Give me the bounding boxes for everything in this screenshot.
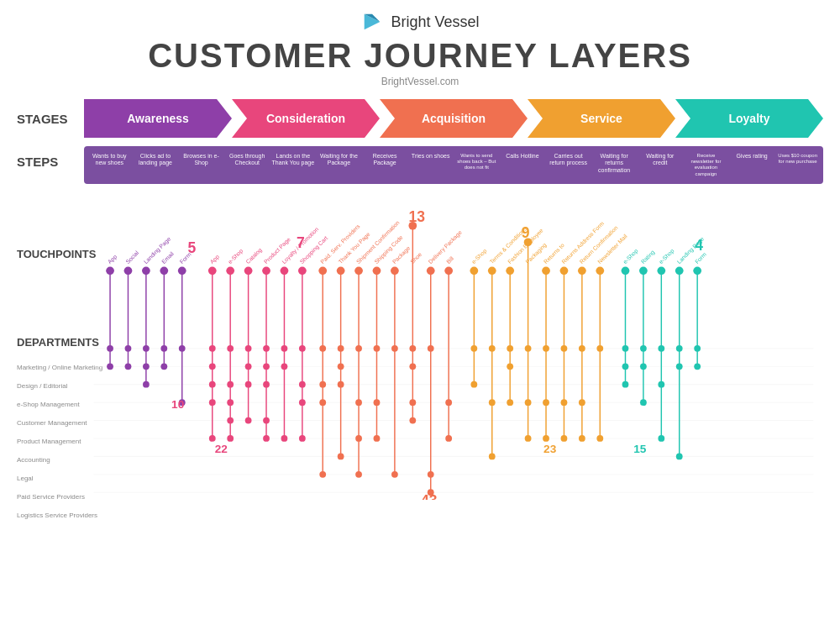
svg-text:App: App	[209, 253, 221, 265]
svg-point-139	[470, 345, 477, 352]
svg-point-182	[596, 435, 603, 442]
dept-names: Marketing / Online Marketing Design / Ed…	[17, 359, 84, 525]
svg-point-145	[489, 399, 496, 406]
step-5: Lands on the Thank You page	[271, 151, 316, 179]
dept-customer: Customer Management	[17, 414, 84, 433]
svg-point-151	[507, 363, 513, 370]
svg-point-213	[694, 363, 701, 370]
svg-point-93	[337, 266, 345, 275]
svg-point-193	[639, 266, 648, 275]
step-3: Browses in e-Shop	[179, 151, 223, 179]
svg-point-60	[245, 417, 252, 423]
svg-text:15: 15	[633, 442, 647, 454]
touchpoints-section: TOUCHPOINTS DEPARTMENTS Marketing / Onli…	[17, 189, 823, 525]
svg-point-158	[525, 435, 532, 442]
touchpoints-label: TOUCHPOINTS	[17, 189, 84, 260]
chart-svg: App Social Landing Page Email	[84, 189, 823, 500]
step-12: Waiting for returns confirmation	[592, 151, 637, 179]
svg-point-206	[676, 345, 683, 352]
svg-point-212	[694, 345, 701, 352]
svg-point-67	[263, 417, 270, 423]
dept-product: Product Management	[17, 433, 84, 451]
svg-text:Thank You Page: Thank You Page	[337, 231, 371, 265]
svg-point-128	[428, 471, 434, 478]
svg-point-196	[640, 399, 647, 406]
steps-bar: Wants to buy new shoes Clicks ad to land…	[84, 146, 823, 184]
step-4: Goes through Checkout	[225, 151, 270, 179]
svg-point-200	[658, 345, 664, 352]
step-16: Uses $10 coupon for new purchase	[775, 151, 820, 179]
svg-point-104	[355, 471, 362, 478]
svg-point-49	[227, 345, 234, 352]
svg-point-58	[245, 363, 252, 370]
svg-text:4: 4	[695, 237, 703, 254]
svg-point-40	[208, 266, 217, 275]
svg-point-63	[262, 266, 270, 275]
svg-point-72	[281, 345, 288, 352]
svg-text:App: App	[107, 253, 118, 265]
svg-point-115	[391, 471, 398, 478]
svg-point-15	[107, 363, 113, 370]
left-labels: TOUCHPOINTS DEPARTMENTS Marketing / Onli…	[17, 189, 84, 525]
svg-point-86	[318, 266, 327, 275]
svg-point-90	[319, 471, 326, 478]
dept-design: Design / Editorial	[17, 377, 84, 396]
svg-point-44	[209, 399, 216, 406]
svg-point-50	[227, 381, 234, 388]
svg-text:Bill: Bill	[445, 255, 455, 265]
svg-point-120	[409, 363, 416, 370]
svg-point-165	[543, 435, 549, 442]
dept-eshop: e-Shop Management	[17, 396, 84, 414]
svg-point-113	[391, 266, 399, 275]
svg-point-29	[160, 266, 168, 275]
svg-point-163	[543, 345, 549, 352]
dept-legal: Legal	[17, 470, 84, 488]
logo-area: Bright Vessel	[0, 10, 840, 34]
svg-point-26	[143, 381, 150, 388]
svg-point-13	[106, 266, 114, 275]
svg-text:10: 10	[171, 398, 185, 411]
step-9: Wants to send shoes back – But does not …	[454, 151, 499, 179]
svg-point-53	[227, 435, 234, 442]
stage-awareness: Awareness	[84, 99, 232, 138]
svg-text:22: 22	[215, 442, 228, 454]
svg-point-19	[125, 345, 132, 352]
svg-point-174	[578, 266, 586, 275]
svg-point-96	[338, 381, 344, 388]
svg-point-177	[579, 435, 585, 442]
svg-point-146	[489, 453, 496, 459]
stage-loyalty: Loyalty	[675, 99, 823, 138]
step-6: Waiting for the Package	[317, 151, 361, 179]
svg-point-34	[178, 266, 186, 275]
step-11: Carries out return process	[546, 151, 591, 179]
svg-point-108	[374, 345, 381, 352]
svg-point-162	[542, 266, 550, 275]
svg-point-31	[160, 363, 167, 370]
svg-point-94	[338, 345, 344, 352]
departments-label: DEPARTMENTS	[17, 260, 84, 349]
svg-text:Email: Email	[160, 250, 175, 265]
svg-point-211	[693, 266, 701, 275]
svg-point-180	[596, 266, 604, 275]
svg-point-107	[373, 266, 381, 275]
svg-point-43	[209, 381, 216, 388]
svg-text:e-Shop: e-Shop	[227, 247, 244, 265]
svg-point-100	[354, 266, 363, 275]
svg-point-68	[263, 435, 270, 442]
svg-point-150	[507, 345, 513, 352]
svg-point-35	[179, 345, 186, 352]
svg-point-188	[622, 345, 629, 352]
svg-point-52	[227, 417, 234, 423]
svg-text:7: 7	[297, 234, 305, 251]
svg-point-149	[506, 266, 514, 275]
svg-point-164	[543, 399, 549, 406]
svg-point-140	[470, 381, 477, 388]
svg-point-79	[299, 381, 306, 388]
svg-point-65	[263, 363, 270, 370]
svg-point-133	[445, 399, 452, 406]
svg-point-122	[409, 417, 416, 423]
svg-point-102	[355, 399, 362, 406]
dept-paid: Paid Service Providers	[17, 488, 84, 506]
svg-point-73	[281, 363, 288, 370]
svg-point-114	[391, 345, 398, 352]
